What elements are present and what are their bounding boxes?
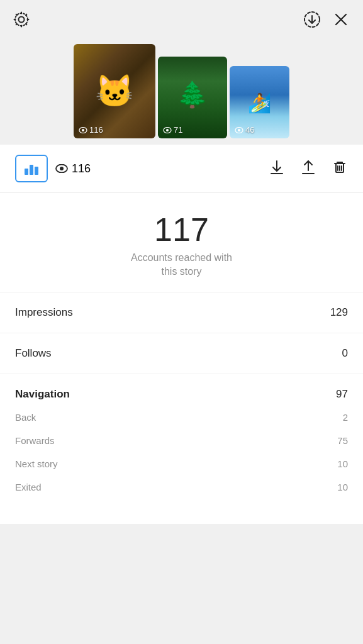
stats-panel: 116	[0, 145, 363, 524]
nav-nextstory-value: 10	[337, 458, 348, 469]
follows-value: 0	[342, 347, 348, 360]
impressions-label: Impressions	[15, 306, 73, 319]
delete-icon[interactable]	[332, 159, 348, 178]
eye-icon	[55, 164, 68, 173]
thumbnails-container: 116 71 46	[0, 38, 363, 138]
svg-point-11	[238, 129, 240, 131]
nav-back-label: Back	[15, 412, 36, 423]
view-info: 116	[55, 162, 261, 175]
nav-forwards-row: Forwards 75	[15, 429, 348, 452]
nav-forwards-label: Forwards	[15, 435, 55, 446]
navigation-section: Navigation 97 Back 2 Forwards 75 Next st…	[0, 374, 363, 499]
svg-rect-14	[35, 167, 38, 175]
bottom-spacer	[0, 499, 363, 524]
follows-row: Follows 0	[0, 333, 363, 374]
stats-hero: 117 Accounts reached withthis story	[0, 193, 363, 292]
download-circle-icon[interactable]	[303, 10, 321, 31]
view-count-2: 71	[163, 125, 182, 135]
view-count-1: 116	[79, 125, 103, 135]
follows-label: Follows	[15, 347, 52, 360]
impressions-value: 129	[330, 306, 348, 319]
download-icon[interactable]	[269, 159, 285, 178]
nav-exited-value: 10	[337, 482, 348, 492]
svg-point-9	[166, 129, 169, 131]
gear-icon[interactable]	[13, 11, 30, 31]
navigation-label: Navigation	[15, 388, 70, 401]
svg-point-0	[19, 17, 25, 23]
view-count-3: 46	[235, 125, 254, 135]
thumbnail-surf[interactable]: 46	[230, 66, 289, 138]
nav-exited-row: Exited 10	[15, 475, 348, 499]
action-bar: 116	[0, 145, 363, 193]
svg-rect-12	[25, 169, 28, 175]
nav-nextstory-row: Next story 10	[15, 452, 348, 475]
share-icon[interactable]	[300, 159, 316, 178]
action-bar-view-count: 116	[72, 162, 91, 175]
thumbnail-forest[interactable]: 71	[158, 57, 227, 138]
nav-forwards-value: 75	[337, 435, 348, 446]
accounts-reached-number: 117	[15, 213, 348, 246]
nav-back-row: Back 2	[15, 406, 348, 429]
navigation-total: 97	[336, 388, 348, 401]
nav-exited-label: Exited	[15, 482, 42, 492]
nav-back-value: 2	[343, 412, 348, 423]
close-icon[interactable]	[332, 10, 350, 31]
svg-point-16	[60, 167, 64, 170]
navigation-header-row: Navigation 97	[15, 374, 348, 406]
thumbnail-cat[interactable]: 116	[74, 44, 155, 138]
impressions-row: Impressions 129	[0, 292, 363, 333]
action-icons	[269, 159, 348, 178]
svg-rect-13	[30, 165, 33, 175]
chart-button[interactable]	[15, 155, 48, 182]
svg-point-7	[82, 129, 84, 131]
nav-nextstory-label: Next story	[15, 458, 58, 469]
top-right-icons	[303, 10, 350, 31]
accounts-reached-subtitle: Accounts reached withthis story	[15, 251, 348, 279]
top-bar	[0, 0, 363, 38]
